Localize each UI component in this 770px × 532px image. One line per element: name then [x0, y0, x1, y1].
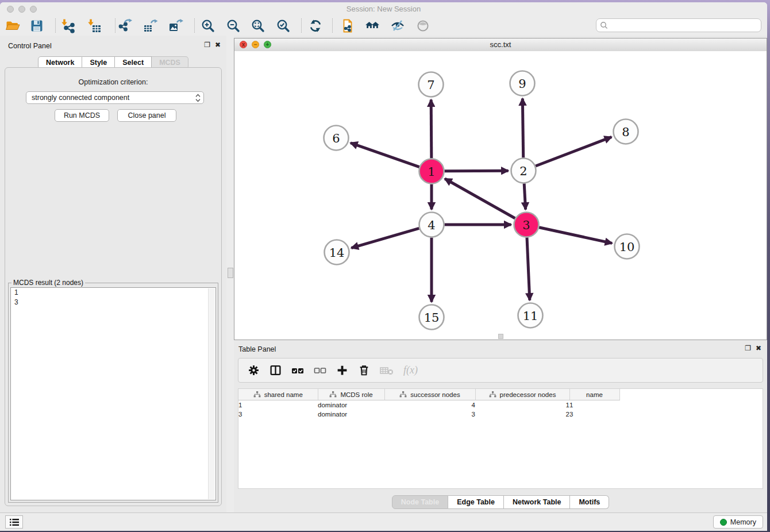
graph-node-3[interactable]: 3 [514, 213, 539, 237]
tab-edge-table[interactable]: Edge Table [448, 495, 504, 509]
column-tree-icon [253, 391, 261, 398]
export-network-icon[interactable] [117, 18, 133, 34]
graph-node-15[interactable]: 15 [419, 305, 444, 330]
save-session-icon[interactable] [29, 18, 45, 34]
mcds-result-title: MCDS result (2 nodes) [11, 279, 85, 287]
table-cell[interactable]: dominator [318, 410, 384, 419]
column-header-successor-nodes[interactable]: successor nodes [384, 389, 475, 400]
canvas-resize-handle[interactable] [498, 334, 503, 339]
node-table: shared nameMCDS rolesuccessor nodesprede… [238, 388, 763, 489]
select-all-rows-icon[interactable] [291, 365, 304, 376]
graph-node-2[interactable]: 2 [511, 159, 536, 183]
refresh-view-icon[interactable] [307, 18, 324, 34]
tab-network-table[interactable]: Network Table [504, 495, 571, 509]
svg-text:14: 14 [329, 246, 345, 260]
vertical-splitter[interactable] [226, 36, 234, 513]
zoom-selected-icon[interactable] [275, 18, 291, 34]
hide-selected-icon[interactable] [390, 18, 406, 34]
graph-node-8[interactable]: 8 [614, 119, 638, 144]
deselect-all-rows-icon[interactable] [314, 365, 326, 376]
table-cell[interactable]: 1 [569, 400, 619, 410]
column-header-shared-name[interactable]: shared name [238, 389, 318, 400]
task-history-button[interactable] [5, 515, 23, 529]
import-table-icon[interactable] [86, 18, 102, 34]
table-cell[interactable]: 3 [238, 410, 318, 419]
table-cell[interactable]: 4 [384, 400, 475, 410]
column-header-name[interactable]: name [569, 389, 619, 400]
graph-node-1[interactable]: 1 [419, 159, 444, 184]
graph-edge-3-10[interactable] [539, 228, 612, 244]
main-toolbar [0, 16, 767, 36]
graph-edge-4-14[interactable] [351, 228, 419, 248]
column-layout-icon[interactable] [270, 364, 282, 376]
table-cell[interactable]: 2 [475, 410, 569, 419]
memory-status-icon [720, 519, 727, 526]
graph-node-6[interactable]: 6 [324, 126, 349, 151]
graph-edge-3-1[interactable] [445, 179, 515, 218]
table-row[interactable]: 3dominator323 [238, 410, 619, 419]
import-network-icon[interactable] [60, 18, 76, 34]
graph-node-14[interactable]: 14 [325, 240, 349, 265]
column-header-MCDS-role[interactable]: MCDS role [318, 389, 384, 400]
tab-node-table[interactable]: Node Table [392, 495, 448, 509]
delete-column-icon[interactable] [358, 364, 370, 376]
close-panel-button[interactable]: Close panel [117, 109, 176, 122]
graph-node-10[interactable]: 10 [615, 234, 640, 259]
export-table-icon[interactable] [143, 18, 159, 34]
graph-edge-1-2[interactable] [444, 171, 508, 171]
svg-text:1: 1 [428, 165, 435, 179]
graph-edge-2-9[interactable] [522, 98, 523, 157]
graph-node-11[interactable]: 11 [518, 303, 543, 328]
table-cell[interactable]: 3 [569, 410, 619, 419]
column-header-predecessor-nodes[interactable]: predecessor nodes [475, 389, 569, 400]
mcds-result-item[interactable]: 1 [11, 288, 215, 298]
export-image-icon[interactable] [168, 18, 184, 34]
criterion-dropdown[interactable]: strongly connected component [26, 91, 204, 104]
search-input[interactable] [610, 21, 757, 30]
memory-button[interactable]: Memory [713, 515, 763, 529]
close-table-panel-icon[interactable]: ✖ [756, 345, 761, 352]
float-panel-icon[interactable]: ❐ [204, 41, 210, 48]
graph-node-4[interactable]: 4 [419, 213, 444, 237]
graph-edge-1-7[interactable] [431, 99, 432, 158]
show-all-icon[interactable] [415, 18, 431, 34]
app-window: Session: New Session [0, 2, 767, 531]
graph-node-7[interactable]: 7 [419, 72, 444, 97]
zoom-in-icon[interactable] [200, 18, 216, 34]
zoom-out-icon[interactable] [225, 18, 241, 34]
graph-edge-3-11[interactable] [527, 237, 530, 300]
graph-node-9[interactable]: 9 [510, 71, 535, 96]
table-cell[interactable]: dominator [318, 400, 384, 410]
settings-gear-icon[interactable] [248, 364, 260, 376]
window-title: Session: New Session [0, 5, 767, 13]
network-canvas[interactable]: 7968124314101511 [234, 51, 767, 340]
float-table-panel-icon[interactable]: ❐ [745, 345, 751, 352]
clone-network-icon[interactable] [340, 18, 356, 34]
graph-edge-1-6[interactable] [351, 143, 419, 167]
first-neighbors-icon[interactable] [364, 18, 380, 34]
run-mcds-button[interactable]: Run MCDS [55, 109, 109, 122]
column-tree-icon [329, 391, 337, 398]
open-session-icon[interactable] [5, 18, 21, 34]
graph-edge-2-3[interactable] [524, 183, 525, 209]
splitter-handle[interactable] [228, 268, 233, 278]
zoom-fit-icon[interactable] [250, 18, 266, 34]
table-cell[interactable]: 1 [475, 400, 569, 410]
tab-motifs[interactable]: Motifs [570, 495, 609, 509]
mcds-result-item[interactable]: 3 [11, 298, 215, 307]
table-row[interactable]: 1dominator411 [238, 400, 619, 410]
mcds-result-list[interactable]: 13 [10, 287, 216, 500]
svg-text:10: 10 [619, 240, 635, 254]
add-column-icon[interactable] [336, 364, 348, 376]
table-cell[interactable]: 1 [238, 400, 318, 410]
result-scrollbar[interactable] [208, 288, 215, 499]
svg-text:4: 4 [428, 218, 435, 232]
table-panel: Table Panel ❐ ✖ [234, 342, 767, 513]
search-box[interactable] [596, 18, 761, 32]
column-tree-icon [399, 391, 407, 398]
delete-table-icon [380, 365, 394, 376]
close-panel-icon[interactable]: ✖ [215, 41, 221, 48]
table-cell[interactable]: 3 [384, 410, 475, 419]
svg-text:11: 11 [523, 309, 538, 323]
graph-edge-2-8[interactable] [536, 137, 611, 166]
